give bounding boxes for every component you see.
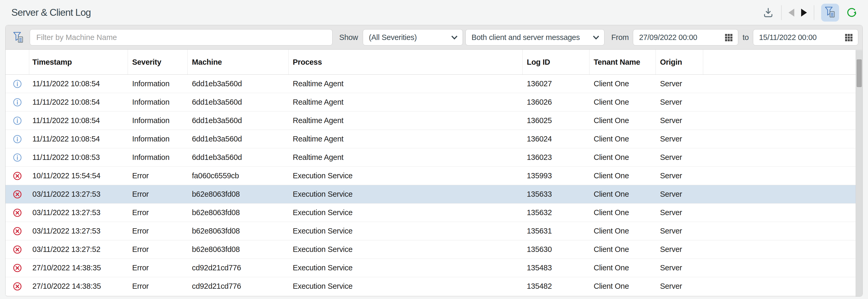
message-type-select-value: Both client and server messages	[471, 33, 580, 42]
cell-severity: Error	[128, 190, 188, 199]
cell-severity: Error	[128, 282, 188, 291]
cell-machine: cd92d21cd776	[188, 282, 288, 291]
cell-log-id: 136027	[523, 79, 589, 88]
filter-bar: Show (All Severities) Both client and se…	[5, 25, 863, 50]
table-row[interactable]: 03/11/2022 13:27:53 Error b62e8063fd08 E…	[5, 222, 863, 240]
information-icon	[13, 153, 22, 162]
information-icon	[13, 79, 22, 88]
table-row[interactable]: 27/10/2022 14:38:35 Error cd92d21cd776 E…	[5, 259, 863, 277]
previous-page-button[interactable]	[788, 9, 794, 16]
table-row[interactable]: 11/11/2022 10:08:54 Information 6dd1eb3a…	[5, 75, 863, 93]
severity-icon-cell	[5, 171, 29, 180]
error-icon	[13, 208, 22, 217]
table-row[interactable]: 03/11/2022 13:27:53 Error b62e8063fd08 E…	[5, 203, 863, 222]
date-to-input[interactable]: 15/11/2022 00:00	[753, 29, 858, 45]
vertical-scrollbar-thumb[interactable]	[857, 60, 862, 87]
filter-list-icon	[13, 31, 24, 43]
date-from-input[interactable]: 27/09/2022 00:00	[633, 29, 738, 45]
header-severity[interactable]: Severity	[128, 50, 188, 74]
header-tenant-name[interactable]: Tenant Name	[589, 50, 656, 74]
cell-origin: Server	[656, 98, 703, 106]
cell-timestamp: 27/10/2022 14:38:35	[29, 264, 128, 272]
header-process[interactable]: Process	[288, 50, 523, 74]
cell-tenant-name: Client One	[589, 282, 656, 291]
cell-timestamp: 11/11/2022 10:08:54	[29, 135, 128, 143]
cell-machine: 6dd1eb3a560d	[188, 116, 288, 125]
cell-tenant-name: Client One	[589, 227, 656, 235]
cell-machine: 6dd1eb3a560d	[188, 153, 288, 162]
cell-tenant-name: Client One	[589, 116, 656, 125]
cell-origin: Server	[656, 227, 703, 235]
information-icon	[13, 116, 22, 125]
cell-process: Execution Service	[288, 282, 523, 291]
severity-icon-cell	[5, 245, 29, 254]
severity-icon-cell	[5, 190, 29, 199]
cell-tenant-name: Client One	[589, 245, 656, 254]
message-type-select[interactable]: Both client and server messages	[465, 29, 604, 45]
cell-machine: b62e8063fd08	[188, 208, 288, 217]
show-label: Show	[339, 33, 358, 42]
cell-process: Realtime Agent	[288, 98, 523, 106]
cell-timestamp: 11/11/2022 10:08:54	[29, 116, 128, 125]
from-label: From	[611, 33, 629, 42]
table-row[interactable]: 03/11/2022 13:27:53 Error b62e8063fd08 E…	[5, 185, 863, 203]
next-page-button[interactable]	[801, 9, 807, 16]
download-button[interactable]	[762, 7, 774, 19]
error-icon	[13, 245, 22, 254]
cell-process: Execution Service	[288, 227, 523, 235]
cell-severity: Error	[128, 171, 188, 180]
cell-tenant-name: Client One	[589, 190, 656, 199]
error-icon	[13, 227, 22, 236]
severity-icon-cell	[5, 98, 29, 107]
cell-log-id: 136026	[523, 98, 589, 106]
header-severity-icon	[5, 50, 29, 74]
chevron-down-icon	[451, 35, 458, 40]
severity-icon-cell	[5, 208, 29, 217]
calendar-grid-icon[interactable]	[844, 33, 853, 42]
log-panel: Show (All Severities) Both client and se…	[5, 25, 863, 297]
table-row[interactable]: 11/11/2022 10:08:53 Information 6dd1eb3a…	[5, 148, 863, 167]
table-row[interactable]: 11/11/2022 10:08:54 Information 6dd1eb3a…	[5, 130, 863, 148]
page-title: Server & Client Log	[11, 7, 91, 18]
filter-panel-icon	[825, 6, 836, 19]
cell-log-id: 136024	[523, 135, 589, 143]
cell-log-id: 135483	[523, 264, 589, 272]
filter-panel-toggle-button[interactable]	[821, 4, 839, 22]
cell-tenant-name: Client One	[589, 171, 656, 180]
table-row[interactable]: 11/11/2022 10:08:54 Information 6dd1eb3a…	[5, 93, 863, 111]
toolbar	[762, 0, 858, 25]
cell-severity: Error	[128, 227, 188, 235]
table-header-row: Timestamp Severity Machine Process Log I…	[5, 50, 863, 75]
table-row[interactable]: 11/11/2022 10:08:54 Information 6dd1eb3a…	[5, 111, 863, 130]
table-row[interactable]: 03/11/2022 13:27:52 Error b62e8063fd08 E…	[5, 240, 863, 259]
cell-log-id: 136025	[523, 116, 589, 125]
information-icon	[13, 98, 22, 107]
cell-timestamp: 27/10/2022 14:38:35	[29, 282, 128, 291]
severity-select[interactable]: (All Severities)	[363, 29, 463, 45]
table-row[interactable]: 10/11/2022 15:54:54 Error fa060c6559cb E…	[5, 167, 863, 185]
log-table: Timestamp Severity Machine Process Log I…	[5, 50, 863, 296]
calendar-grid-icon[interactable]	[724, 33, 733, 42]
cell-process: Realtime Agent	[288, 79, 523, 88]
header-origin[interactable]: Origin	[656, 50, 703, 74]
cell-origin: Server	[656, 153, 703, 162]
cell-process: Execution Service	[288, 208, 523, 217]
date-to-value: 15/11/2022 00:00	[759, 33, 817, 42]
severity-icon-cell	[5, 79, 29, 88]
vertical-scrollbar-track[interactable]	[856, 50, 863, 296]
refresh-button[interactable]	[846, 7, 858, 19]
cell-timestamp: 03/11/2022 13:27:53	[29, 227, 128, 235]
cell-log-id: 135993	[523, 171, 589, 180]
server-client-log-screen: Server & Client Log	[0, 0, 868, 299]
download-icon	[762, 7, 774, 19]
machine-filter-input[interactable]	[30, 29, 333, 45]
cell-severity: Error	[128, 208, 188, 217]
header-timestamp[interactable]: Timestamp	[29, 50, 128, 74]
cell-tenant-name: Client One	[589, 264, 656, 272]
cell-timestamp: 03/11/2022 13:27:52	[29, 245, 128, 254]
toolbar-divider	[781, 5, 782, 20]
cell-severity: Information	[128, 153, 188, 162]
table-row[interactable]: 27/10/2022 14:38:35 Error cd92d21cd776 E…	[5, 277, 863, 296]
header-log-id[interactable]: Log ID	[523, 50, 589, 74]
header-machine[interactable]: Machine	[188, 50, 288, 74]
